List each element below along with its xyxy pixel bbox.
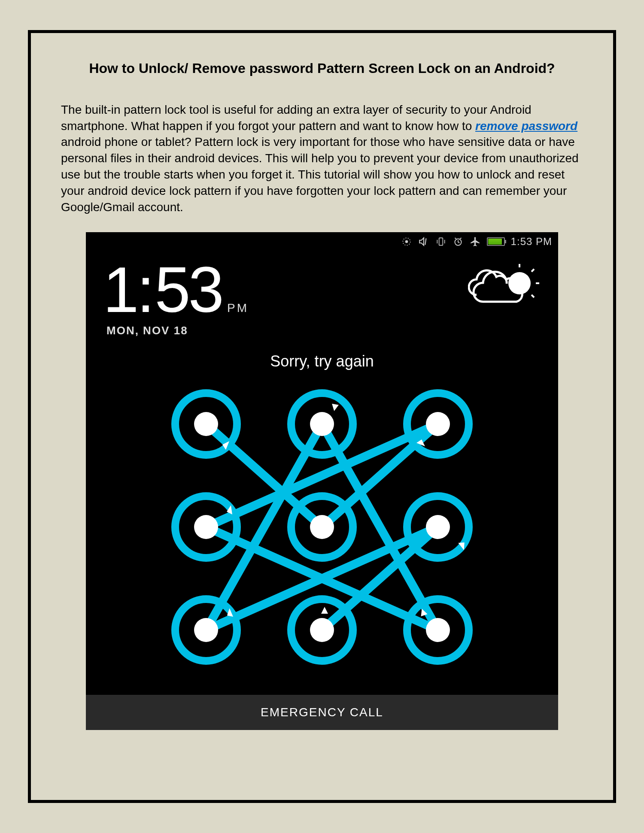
svg-point-28 xyxy=(426,515,450,539)
clock-min: 53 xyxy=(155,257,222,322)
svg-line-8 xyxy=(532,295,534,297)
para-before-link: The built-in pattern lock tool is useful… xyxy=(61,103,532,133)
clock-hour: 1 xyxy=(103,257,137,322)
page-title: How to Unlock/ Remove password Pattern S… xyxy=(61,59,583,78)
para-after-link: android phone or tablet? Pattern lock is… xyxy=(61,135,579,213)
svg-marker-41 xyxy=(321,607,328,614)
clock-ampm: PM xyxy=(227,301,249,315)
status-bar-time: 1:53 PM xyxy=(511,236,552,248)
clock-widget: 1:53 PM MON, NOV 18 xyxy=(103,257,249,337)
svg-marker-36 xyxy=(331,404,339,412)
svg-point-34 xyxy=(426,618,450,642)
svg-point-32 xyxy=(310,618,334,642)
svg-rect-2 xyxy=(439,238,443,245)
svg-line-10 xyxy=(322,424,438,527)
svg-line-13 xyxy=(322,424,438,630)
airplane-icon xyxy=(470,236,481,247)
svg-point-26 xyxy=(310,515,334,539)
clock-row: 1:53 PM MON, NOV 18 xyxy=(86,251,558,337)
svg-point-30 xyxy=(194,618,218,642)
gps-icon xyxy=(401,236,412,247)
vibrate-icon xyxy=(435,236,447,247)
battery-icon xyxy=(487,237,505,246)
svg-line-6 xyxy=(532,269,534,272)
svg-line-14 xyxy=(206,424,322,630)
remove-password-link[interactable]: remove password xyxy=(475,119,577,133)
svg-point-18 xyxy=(194,412,218,436)
pattern-lock-grid[interactable] xyxy=(150,381,494,673)
svg-point-24 xyxy=(194,515,218,539)
weather-icon xyxy=(468,264,541,317)
document-frame: How to Unlock/ Remove password Pattern S… xyxy=(28,30,616,803)
alarm-icon xyxy=(453,236,464,247)
emergency-call-button[interactable]: EMERGENCY CALL xyxy=(86,695,558,730)
svg-point-20 xyxy=(310,412,334,436)
svg-line-9 xyxy=(206,424,322,527)
status-icons: 1:53 PM xyxy=(401,236,552,248)
android-lockscreen-screenshot: 1:53 PM 1:53 PM MON, NOV 18 xyxy=(86,232,558,730)
intro-paragraph: The built-in pattern lock tool is useful… xyxy=(61,102,583,215)
mute-icon xyxy=(418,236,429,247)
clock-date: MON, NOV 18 xyxy=(106,324,249,337)
svg-line-16 xyxy=(322,527,438,630)
svg-point-0 xyxy=(405,240,408,243)
svg-point-22 xyxy=(426,412,450,436)
svg-line-11 xyxy=(206,424,438,527)
error-message: Sorry, try again xyxy=(86,352,558,370)
clock-colon: : xyxy=(137,257,155,322)
status-bar: 1:53 PM xyxy=(86,232,558,251)
